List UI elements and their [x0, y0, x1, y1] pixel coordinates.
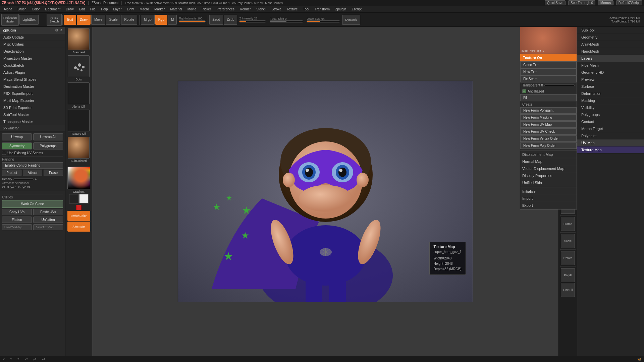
unified-skin-item[interactable]: Unified Skin	[520, 179, 577, 186]
menu-transform[interactable]: Transform	[312, 7, 332, 12]
flatten-btn[interactable]: Flatten	[2, 217, 32, 223]
new-from-vertex-order-btn[interactable]: New From Vertex Order	[520, 135, 577, 142]
vector-displacement-map-item[interactable]: Vector Displacement Map	[520, 165, 577, 172]
use-existing-seams-chk[interactable]: Use Existing UV Seams	[2, 151, 63, 155]
color-swatch-dark[interactable]	[69, 194, 78, 203]
draw-size-slider[interactable]	[307, 20, 340, 22]
z-intensity-slider[interactable]	[239, 20, 266, 22]
rp-fibermesh[interactable]: FiberMesh	[577, 62, 644, 69]
alpha-off-thumb[interactable]: Alpha Off	[68, 82, 90, 108]
viewport[interactable]: Texture Map super_hero_goz_1 Width=2048 …	[178, 81, 473, 302]
projection-master-btn[interactable]: Projection Master	[1, 14, 19, 26]
polygroups-btn[interactable]: Polygroups	[33, 142, 63, 149]
display-properties-item[interactable]: Display Properties	[520, 172, 577, 179]
menu-picker[interactable]: Picker	[199, 7, 213, 12]
menu-macro[interactable]: Macro	[137, 7, 151, 12]
quick-sketch-btn[interactable]: Quick Sketch	[47, 14, 62, 26]
new-from-uv-check-btn[interactable]: New From UV Check	[520, 128, 577, 135]
clone-txtr-btn[interactable]: Clone Txtr	[520, 61, 577, 68]
import-item[interactable]: Import	[520, 195, 577, 202]
menu-zplugin[interactable]: Zplugin	[333, 7, 348, 12]
subcolored-thumb[interactable]: SubColored	[68, 137, 90, 163]
dots-brush-preview[interactable]	[68, 55, 90, 77]
rgb-btn[interactable]: Rgb	[155, 15, 167, 25]
standard-brush-thumb[interactable]: Standard	[68, 28, 90, 54]
plugin-transpose-master[interactable]: Transpose Master	[0, 118, 65, 125]
initialize-item[interactable]: Initialize	[520, 188, 577, 195]
new-from-masking-btn[interactable]: New From Masking	[520, 114, 577, 121]
menu-draw[interactable]: Draw	[63, 7, 76, 12]
menu-tool[interactable]: Tool	[301, 7, 312, 12]
rp-polygroups[interactable]: Polygroups	[577, 111, 644, 118]
scale-btn[interactable]: Scale	[106, 15, 120, 25]
focal-shift-slider[interactable]	[270, 20, 303, 22]
density-slider[interactable]	[13, 178, 34, 180]
rp-nanomesh[interactable]: NanoMesh	[577, 48, 644, 55]
menu-texture[interactable]: Texture	[284, 7, 300, 12]
texture-off-thumb[interactable]: Texture Off	[68, 110, 90, 135]
rp-masking[interactable]: Masking	[577, 97, 644, 104]
scale-view-btn[interactable]: Scale	[561, 234, 575, 248]
plugin-deactivation[interactable]: Deactivation	[0, 48, 65, 55]
rp-visibility[interactable]: Visibility	[577, 104, 644, 111]
color-marker-red[interactable]	[76, 205, 82, 210]
menu-brush[interactable]: Brush	[15, 7, 29, 12]
menu-stroke[interactable]: Stroke	[269, 7, 284, 12]
save-txtr-btn[interactable]: SaveTxtrMap	[33, 224, 63, 230]
texture-on-btn[interactable]: Texture On	[520, 54, 577, 61]
menu-material[interactable]: Material	[168, 7, 184, 12]
rotate-btn[interactable]: Rotate	[121, 15, 137, 25]
plugin-decimation-master[interactable]: Decimation Master	[0, 83, 65, 90]
new-from-polypaint-btn[interactable]: New From Polypaint	[520, 107, 577, 114]
plugin-projection-master[interactable]: Projection Master	[0, 55, 65, 62]
dynamic-btn[interactable]: Dynamic	[342, 15, 360, 25]
menu-marker[interactable]: Marker	[152, 7, 167, 12]
copy-uvs-btn[interactable]: Copy UVs	[2, 209, 32, 215]
plugin-quicksketch[interactable]: QuickSketch	[0, 62, 65, 69]
zsub-btn[interactable]: Zsub	[224, 15, 237, 25]
rp-uv-map[interactable]: UV Map	[577, 139, 644, 146]
rp-layers[interactable]: Layers	[577, 55, 644, 62]
rp-surface[interactable]: Surface	[577, 83, 644, 90]
menu-stencil[interactable]: Stencil	[254, 7, 269, 12]
load-txtr-btn[interactable]: LoadTxtrMap	[2, 224, 32, 230]
menu-preferences[interactable]: Preferences	[214, 7, 237, 12]
menu-render[interactable]: Render	[237, 7, 253, 12]
plugin-adjust-plugin[interactable]: Adjust Plugin	[0, 69, 65, 76]
plugin-multi-map-exporter[interactable]: Multi Map Exporter	[0, 97, 65, 104]
displacement-map-item[interactable]: Displacement Map	[520, 151, 577, 158]
antialiased-row[interactable]: ✓ Antialiased	[520, 88, 577, 94]
lightbox-btn[interactable]: LightBox	[19, 15, 39, 25]
seams-checkbox[interactable]	[2, 151, 6, 155]
unflatten-btn[interactable]: Unflatten	[33, 217, 63, 223]
work-on-clone-btn[interactable]: Work On Clone	[2, 200, 63, 208]
rp-contact[interactable]: Contact	[577, 118, 644, 125]
rp-geometry-hd[interactable]: Geometry HD	[577, 69, 644, 76]
erase-btn[interactable]: Erase	[44, 170, 63, 176]
fix-seam-btn[interactable]: Fix Seam	[520, 75, 577, 82]
menu-light[interactable]: Light	[124, 7, 137, 12]
draw-btn[interactable]: Draw	[77, 15, 91, 25]
rotate-view-btn[interactable]: Rotate	[561, 251, 575, 265]
attract-btn[interactable]: Attract	[23, 170, 42, 176]
texture-off-preview[interactable]	[68, 110, 90, 131]
edit-btn[interactable]: Edit	[64, 15, 76, 25]
antialiased-checkbox[interactable]: ✓	[522, 89, 526, 93]
zadd-btn[interactable]: Zadd	[209, 15, 223, 25]
symmetry-btn[interactable]: Symmetry	[2, 142, 32, 149]
export-item[interactable]: Export	[520, 202, 577, 209]
menus-btn[interactable]: Menus	[598, 0, 613, 5]
menu-file[interactable]: File	[88, 7, 98, 12]
alpha-off-preview[interactable]	[68, 82, 90, 104]
new-txtr-btn[interactable]: New Txtr	[520, 68, 577, 75]
rp-preview[interactable]: Preview	[577, 76, 644, 83]
polyf-btn[interactable]: PolyF	[561, 268, 575, 282]
see-through-btn[interactable]: See-Through 0	[568, 0, 595, 5]
standard-brush-preview[interactable]	[68, 28, 90, 50]
new-from-uv-map-btn[interactable]: New From UV Map	[520, 121, 577, 128]
plugin-fbx-exportimport[interactable]: FBX ExportImport	[0, 90, 65, 97]
rp-deformation[interactable]: Deformation	[577, 90, 644, 97]
plugin-maya-blend-shapes[interactable]: Maya Blend Shapes	[0, 76, 65, 83]
canvas-area[interactable]: Texture Map super_hero_goz_1 Width=2048 …	[92, 27, 558, 356]
mrgb-btn[interactable]: Mrgb	[141, 15, 155, 25]
